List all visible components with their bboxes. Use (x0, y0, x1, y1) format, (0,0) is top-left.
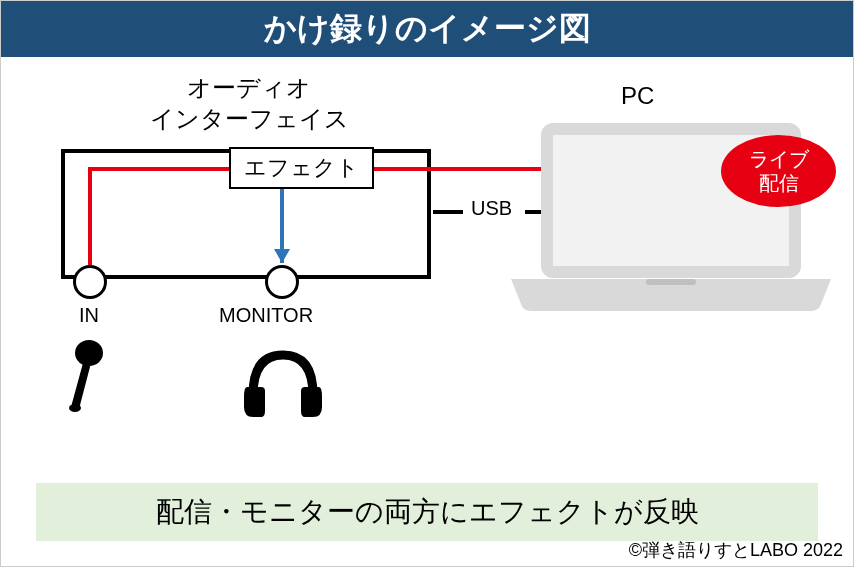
svg-point-4 (69, 404, 81, 412)
subtitle-bar: 配信・モニターの両方にエフェクトが反映 (36, 483, 818, 541)
pc-label: PC (621, 82, 654, 110)
in-label: IN (79, 304, 99, 327)
live-stream-badge: ライブ 配信 (721, 135, 836, 207)
monitor-label: MONITOR (219, 304, 313, 327)
microphone-icon (61, 339, 111, 419)
diagram-canvas: オーディオ インターフェイス PC エフェクト IN MONITOR USB ラ… (1, 57, 853, 492)
svg-point-3 (75, 340, 103, 366)
svg-rect-2 (646, 279, 696, 285)
diagram-title: かけ録りのイメージ図 (1, 1, 853, 57)
in-jack (73, 265, 107, 299)
audio-interface-label: オーディオ インターフェイス (109, 72, 389, 134)
credit-text: ©弾き語りすとLABO 2022 (629, 538, 843, 562)
monitor-jack (265, 265, 299, 299)
headphones-icon (241, 347, 326, 417)
effect-box: エフェクト (229, 147, 374, 189)
